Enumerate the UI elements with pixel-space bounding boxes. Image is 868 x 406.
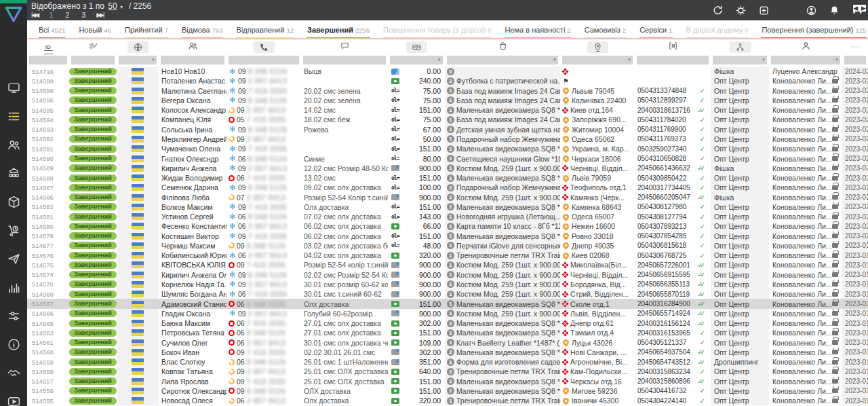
table-row[interactable]: 514579ЗавершенийКостишин Виктор✻097 419 …: [27, 232, 868, 241]
table-row[interactable]: 514586ЗавершенийФіліпова Люба072 957 841…: [27, 192, 868, 202]
table-row[interactable]: 514567ЗавершенийАдамовский Станис...068 …: [27, 299, 868, 308]
refresh-icon[interactable]: [711, 3, 724, 17]
status-badge[interactable]: Завершений: [69, 280, 117, 288]
table-row[interactable]: 514577ЗавершенийЧерниш Максим098 348 512…: [27, 241, 868, 251]
status-badge[interactable]: Завершений: [69, 68, 117, 75]
column-header-tracking[interactable]: [635, 39, 711, 54]
status-badge[interactable]: Завершений: [69, 242, 117, 249]
status-badge[interactable]: Завершений: [69, 145, 117, 153]
tab-12[interactable]: Повернення (завершений)125: [761, 22, 867, 38]
sidebar-item-orders[interactable]: [4, 109, 23, 126]
filter-input-phone[interactable]: [229, 56, 299, 64]
column-header-comment[interactable]: [301, 39, 388, 54]
column-header-delivery[interactable]: [560, 39, 635, 54]
last-page-button[interactable]: ▶▶|: [96, 12, 103, 18]
status-badge[interactable]: Завершений: [69, 77, 117, 85]
filter-input-source[interactable]: ▼: [713, 56, 767, 64]
status-badge[interactable]: Завершений: [69, 339, 117, 346]
sidebar-item-dropshipping[interactable]: [4, 223, 23, 240]
status-badge[interactable]: Завершений: [69, 329, 117, 337]
filter-input-comment[interactable]: [303, 56, 386, 64]
status-badge[interactable]: Завершений: [69, 184, 117, 191]
add-square-icon[interactable]: [757, 3, 770, 17]
status-badge[interactable]: Завершений: [69, 300, 117, 308]
status-badge[interactable]: Завершений: [69, 126, 117, 133]
status-badge[interactable]: Завершений: [69, 174, 117, 182]
tab-5[interactable]: Відправлений12: [236, 22, 294, 38]
tab-10[interactable]: Сервіси1: [639, 22, 673, 38]
status-badge[interactable]: Завершений: [69, 291, 117, 298]
filter-input-id[interactable]: [29, 56, 67, 64]
filter-input-manager[interactable]: ▼: [771, 56, 840, 64]
sidebar-item-clients[interactable]: [4, 137, 23, 155]
sidebar-item-company[interactable]: [4, 166, 23, 183]
table-row[interactable]: 514575ЗавершенийКВІТОВСЬКА ЮЛІЯ097 419 2…: [27, 260, 868, 270]
column-header-manager[interactable]: [769, 39, 842, 54]
column-header-payment[interactable]: [388, 39, 445, 54]
page-size-select[interactable]: 50: [108, 1, 117, 11]
table-row[interactable]: 514595ЗавершенийКолосок Александр092 957…: [27, 105, 868, 115]
page-number-1[interactable]: 1: [47, 11, 54, 19]
column-header-product[interactable]: [445, 39, 560, 54]
status-badge[interactable]: Завершений: [69, 252, 117, 259]
status-badge[interactable]: Завершений: [69, 232, 117, 240]
tab-4[interactable]: Відмова763: [181, 22, 224, 38]
column-header-id[interactable]: ID: [27, 39, 69, 54]
tab-7[interactable]: Повернення товару (в дорозі)0: [382, 22, 492, 38]
column-header-status[interactable]: [69, 39, 117, 54]
filter-input-date[interactable]: [844, 56, 866, 64]
bell-icon[interactable]: [827, 3, 841, 17]
status-badge[interactable]: Завершений: [69, 377, 117, 385]
table-row[interactable]: 514559ЗавершенийВлас Слотюу068 348 51262…: [27, 357, 868, 367]
table-row[interactable]: 514589ЗавершенийКирилич Анжела✻092 957 8…: [27, 164, 868, 173]
avatar-icon[interactable]: [804, 3, 818, 17]
table-row[interactable]: 514565ЗавершенийБаюка Максим067 419 2035…: [27, 318, 868, 328]
sidebar-item-partners[interactable]: [4, 365, 23, 383]
status-badge[interactable]: Завершений: [69, 310, 117, 317]
table-row[interactable]: 514593ЗавершенийСольська Ірина✻098 348 5…: [27, 125, 868, 134]
column-header-client[interactable]: [159, 39, 226, 54]
column-header-source[interactable]: [711, 39, 769, 54]
table-row[interactable]: 514598ЗавершенийМалютина Светлана✻097 41…: [27, 86, 868, 96]
table-row[interactable]: 514590ЗавершенийГнатюк Олексндр✻068 348 …: [27, 153, 868, 163]
sidebar-item-products[interactable]: [4, 194, 23, 212]
sidebar-item-campaigns[interactable]: [4, 251, 23, 269]
filter-input-status[interactable]: [71, 56, 115, 64]
sidebar-item-dashboard[interactable]: [4, 80, 23, 98]
table-row[interactable]: 514560ЗавершенийБокоч Иван097 419 203502…: [27, 348, 868, 357]
status-badge[interactable]: Завершений: [69, 358, 117, 366]
tab-9[interactable]: Самовивіз2: [584, 22, 627, 38]
tab-3[interactable]: Прийнятий7: [124, 22, 169, 38]
filter-input-tracking[interactable]: [637, 56, 709, 64]
status-badge[interactable]: Завершений: [69, 348, 117, 356]
table-row[interactable]: 514576ЗавершенийКобилинський Юрий✻062 95…: [27, 251, 868, 260]
status-badge[interactable]: Завершений: [69, 193, 117, 201]
filter-input-client[interactable]: [161, 56, 224, 64]
tab-scroll-left-icon[interactable]: ◀: [853, 5, 858, 12]
status-badge[interactable]: Завершений: [69, 213, 117, 221]
table-row[interactable]: 514582ЗавершенийВолков Максим✻097 419 20…: [27, 202, 868, 212]
table-row[interactable]: 514716ЗавершенийНов10 Нов10✻098 348 5126…: [27, 67, 868, 76]
filter-input-product[interactable]: ▼: [447, 56, 558, 64]
table-row[interactable]: 514599ЗавершенийПотапенко Анастас...✻092…: [27, 76, 868, 86]
tab-scroll-right-icon[interactable]: ▶: [861, 5, 866, 12]
sidebar-item-info[interactable]: [4, 337, 23, 354]
status-badge[interactable]: Завершений: [69, 387, 117, 394]
status-badge[interactable]: Завершений: [69, 368, 117, 375]
table-row[interactable]: 514555ЗавершенийНовосад Олеся062 957 841…: [27, 396, 868, 405]
table-row[interactable]: 514557ЗавершенийЛила Ярослав097 419 2035…: [27, 377, 868, 386]
status-badge[interactable]: Завершений: [69, 203, 117, 210]
page-number-3[interactable]: 3: [80, 11, 87, 19]
gear-icon[interactable]: [734, 3, 747, 17]
column-header-date[interactable]: [842, 39, 868, 54]
sidebar-item-tutorials[interactable]: [4, 394, 23, 406]
status-badge[interactable]: Завершений: [69, 87, 117, 94]
table-row[interactable]: 514587ЗавершенийСеменюк Дарина✻098 348 5…: [27, 183, 868, 192]
table-row[interactable]: 514570ЗавершенийКорнелюк Надія Та...✻092…: [27, 280, 868, 289]
status-badge[interactable]: Завершений: [69, 397, 117, 405]
table-row[interactable]: 514568ЗавершенийШумляс Богдана Ан...✻067…: [27, 289, 868, 299]
filter-input-delivery[interactable]: ▼: [562, 56, 633, 64]
table-row[interactable]: 514558ЗавершенийКовпак Татьяна092 957 84…: [27, 367, 868, 376]
status-badge[interactable]: Завершений: [69, 164, 117, 172]
tab-8[interactable]: Нема в наявності2: [504, 22, 571, 38]
